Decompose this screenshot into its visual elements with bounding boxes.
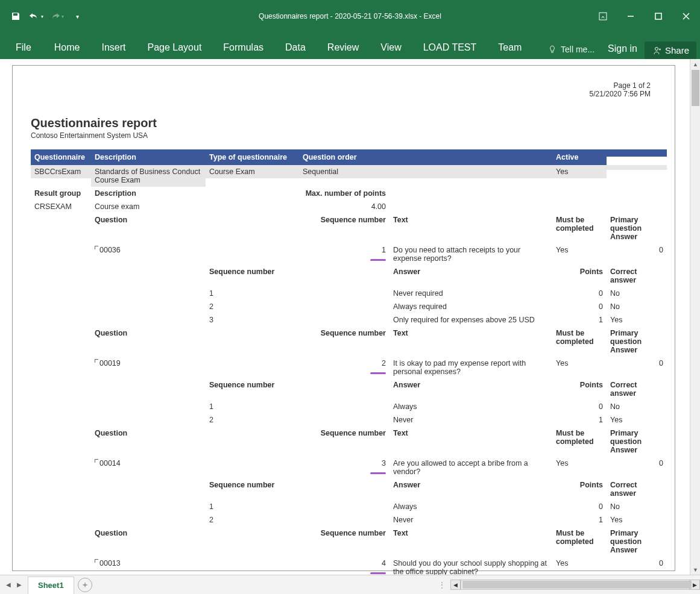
page-number: Page 1 of 2 (590, 81, 651, 90)
svg-point-3 (655, 47, 658, 50)
vertical-scroll-thumb[interactable] (692, 70, 699, 106)
scroll-left-arrow-icon[interactable]: ◀ (450, 580, 461, 590)
horizontal-scroll-thumb[interactable] (462, 581, 692, 589)
report-title: Questionnaires report (31, 116, 657, 130)
horizontal-scroll-track[interactable] (461, 580, 690, 590)
tab-load-test[interactable]: LOAD TEST (412, 36, 488, 59)
window-controls (589, 7, 700, 26)
sheet-tab-active[interactable]: Sheet1 (28, 577, 74, 594)
lightbulb-icon (547, 45, 557, 54)
tab-view[interactable]: View (370, 36, 412, 59)
redo-icon[interactable]: ▾ (48, 8, 65, 25)
share-label: Share (665, 45, 689, 55)
save-icon[interactable] (7, 8, 24, 25)
share-icon (652, 46, 661, 55)
vertical-scrollbar[interactable]: ▲ ▼ (690, 59, 700, 575)
sign-in-button[interactable]: Sign in (601, 39, 645, 59)
sheet-tab-bar: ◀ ▶ Sheet1 ＋ ⋮ ◀ ▶ (0, 575, 700, 594)
page-datetime: 5/21/2020 7:56 PM (590, 90, 651, 98)
tab-split-handle[interactable]: ⋮ (435, 581, 450, 589)
sheet-nav-prev-icon[interactable]: ◀ (4, 580, 13, 590)
tell-me-label: Tell me... (561, 45, 594, 54)
title-bar: ▾ ▾ ▾ Questionnaires report - 2020-05-21… (0, 0, 700, 33)
tab-data[interactable]: Data (274, 36, 317, 59)
ribbon-tabs: File Home Insert Page Layout Formulas Da… (0, 33, 700, 59)
ribbon-display-options-icon[interactable] (589, 7, 617, 26)
tab-insert[interactable]: Insert (90, 36, 136, 59)
document-area[interactable]: ▲ ▼ Page 1 of 2 5/21/2020 7:56 PM Questi… (0, 59, 700, 575)
report-body: QuestionnaireDescriptionType of question… (31, 149, 657, 575)
undo-icon[interactable]: ▾ (28, 8, 45, 25)
maximize-icon[interactable] (645, 7, 672, 26)
scroll-up-arrow-icon[interactable]: ▲ (690, 59, 700, 69)
tab-home[interactable]: Home (43, 36, 91, 59)
sheet-nav: ◀ ▶ (0, 575, 28, 594)
horizontal-scrollbar[interactable]: ⋮ ◀ ▶ (435, 575, 700, 594)
close-icon[interactable] (672, 7, 700, 26)
file-tab[interactable]: File (4, 36, 43, 59)
tab-page-layout[interactable]: Page Layout (136, 36, 212, 59)
new-sheet-button[interactable]: ＋ (78, 578, 92, 592)
page-meta: Page 1 of 2 5/21/2020 7:56 PM (590, 81, 651, 98)
tab-review[interactable]: Review (317, 36, 370, 59)
sheet-nav-next-icon[interactable]: ▶ (14, 580, 24, 590)
print-preview-page: Page 1 of 2 5/21/2020 7:56 PM Questionna… (12, 65, 675, 571)
minimize-icon[interactable] (617, 7, 645, 26)
quick-access-toolbar: ▾ ▾ ▾ (0, 8, 86, 25)
tell-me-search[interactable]: Tell me... (541, 40, 601, 59)
tab-team[interactable]: Team (487, 36, 532, 59)
scroll-down-arrow-icon[interactable]: ▼ (690, 564, 700, 575)
svg-rect-2 (655, 13, 661, 19)
customize-qat-icon[interactable]: ▾ (69, 8, 86, 25)
share-button[interactable]: Share (645, 42, 696, 59)
tab-formulas[interactable]: Formulas (212, 36, 274, 59)
report-subtitle: Contoso Entertainment System USA (31, 131, 657, 140)
